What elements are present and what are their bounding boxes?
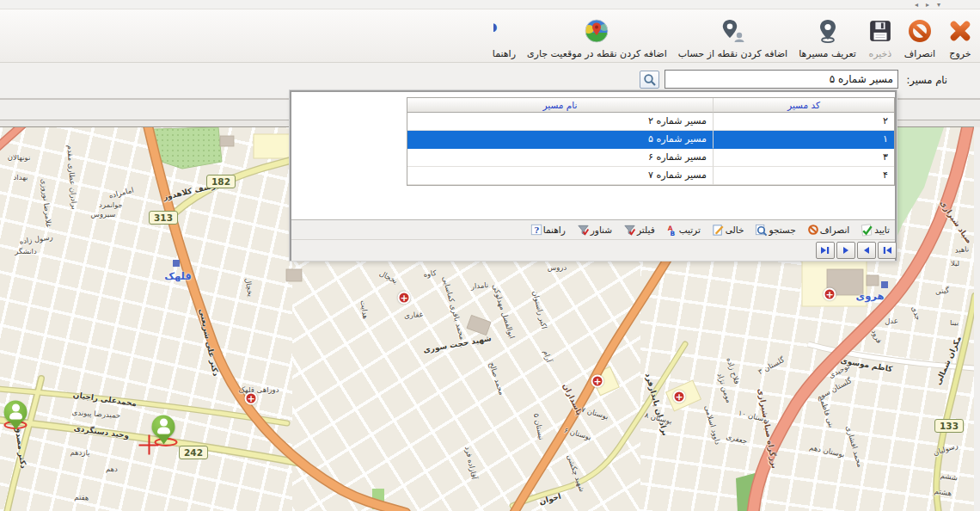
hospital-marker[interactable]: +	[398, 292, 411, 305]
map-street-label: صیاد شیرازی	[939, 199, 974, 245]
cancel-lookup-button[interactable]: انصراف	[807, 224, 850, 236]
add-point-current-button[interactable]: اضافه کردن نقطه در موقعیت جاری	[524, 11, 670, 61]
map-place-label: قلهک	[164, 270, 192, 282]
cell-route-code[interactable]: ۳	[714, 149, 894, 167]
nav-first-button[interactable]	[878, 242, 897, 259]
map-street-label: اکبر راستوان	[531, 290, 549, 330]
exit-button[interactable]: خروج	[944, 11, 977, 61]
nav-last-button[interactable]	[816, 242, 835, 259]
hospital-marker[interactable]: +	[591, 375, 604, 388]
map-street-label: سیروس	[91, 210, 116, 219]
float-button[interactable]: شناور	[577, 224, 612, 237]
map-street-label: حمیدرضا پیوندی	[71, 408, 120, 420]
route-pin-icon	[814, 15, 842, 47]
grid-row[interactable]: مسیر شماره ۲ ۲	[407, 113, 894, 131]
map-street-label: غفاری	[404, 310, 424, 320]
grid-row[interactable]: مسیر شماره ۷ ۴	[407, 167, 894, 185]
grid-header-name[interactable]: نام مسیر	[407, 98, 714, 113]
map-street-label: رسولیان	[932, 441, 959, 458]
arrow-right-icon[interactable]: ▸	[926, 0, 929, 9]
map-street-label: بزرگراه صیاد شیرازی	[756, 388, 779, 470]
pin-person-icon	[718, 15, 747, 47]
sort-ab-icon: AB	[666, 224, 678, 237]
help-button[interactable]: ? راهنما	[490, 11, 518, 61]
grid-row-selected[interactable]: مسیر شماره ۵ ۱	[407, 131, 894, 149]
search-button[interactable]	[640, 71, 659, 89]
add-point-account-button[interactable]: اضافه کردن نقطه از حساب	[676, 11, 790, 61]
confirm-button[interactable]: تایید	[861, 224, 890, 237]
help-icon: ?	[493, 15, 514, 47]
nav-next-icon	[841, 246, 851, 255]
nav-prev-button[interactable]	[857, 242, 876, 259]
cell-route-name[interactable]: مسیر شماره ۷	[407, 167, 714, 185]
map-street-label: کاوه	[423, 268, 437, 279]
cell-route-code[interactable]: ۲	[714, 113, 894, 131]
map-street-label: غلامرضا نوروزی	[40, 178, 53, 228]
map-street-label: نامدار	[470, 280, 488, 291]
grid-row[interactable]: مسیر شماره ۶ ۳	[407, 149, 894, 167]
arrow-down-icon[interactable]: ▾	[937, 0, 940, 9]
map-street-label: رسول زاده	[19, 232, 53, 245]
route-grid: نام مسیر کد مسیر مسیر شماره ۲ ۲ مسیر شما…	[407, 97, 895, 186]
route-number-badge: 242	[179, 446, 208, 459]
map-street-label: شهید چکشی	[566, 453, 587, 493]
map-street-label: دانشگر	[15, 247, 36, 256]
map-street-label: جعفری	[726, 432, 749, 446]
arrow-left-icon[interactable]: ◂	[915, 0, 918, 9]
svg-text:B: B	[670, 230, 675, 237]
add-point-current-label: اضافه کردن نقطه در موقعیت جاری	[527, 47, 667, 60]
route-number-badge: 133	[934, 419, 964, 433]
svg-text:?: ?	[534, 225, 539, 235]
map-street-label: برادران عطاری مقدم	[65, 145, 78, 210]
cancel-small-icon	[807, 224, 819, 236]
app-window: ◂ ▸ ▾ خروج انصراف ذخیره	[0, 0, 980, 511]
map-street-label: بوستان ۷	[580, 405, 609, 422]
search-lookup-button[interactable]: جستجو	[755, 224, 795, 237]
cell-route-code[interactable]: ۱	[714, 131, 894, 149]
hospital-marker[interactable]: +	[824, 288, 836, 301]
add-point-account-label: اضافه کردن نقطه از حساب	[678, 47, 787, 60]
svg-text:?: ?	[493, 19, 498, 45]
map-street-label: محمدعلی راجیان	[72, 391, 138, 408]
map-street-label: یخچال	[243, 277, 255, 298]
sort-button[interactable]: AB ترتیب	[666, 224, 701, 237]
route-point-pin[interactable]	[4, 401, 28, 424]
route-name-input[interactable]	[665, 70, 898, 89]
map-place-label: هروی	[856, 290, 885, 302]
cell-route-code[interactable]: ۴	[714, 167, 894, 185]
check-icon	[861, 224, 873, 237]
cancel-button[interactable]: انصراف	[902, 11, 938, 61]
clear-button[interactable]: خالی	[712, 224, 744, 237]
map-street-label: آرام	[542, 349, 554, 363]
map-street-label: فلاح زاده	[725, 356, 741, 385]
search-small-icon	[755, 224, 768, 237]
define-routes-button[interactable]: تعریف مسیرها	[796, 11, 859, 61]
cancel-icon	[906, 15, 934, 47]
help-label: راهنما	[493, 47, 516, 60]
map-street-label: هشتم	[934, 487, 952, 498]
map-street-label: محمد صالح	[487, 360, 506, 396]
lookup-help-button[interactable]: ? راهنما	[530, 224, 566, 236]
map-street-label: لیلا	[951, 259, 959, 268]
map-street-label: یخچال	[378, 268, 399, 285]
cell-route-name[interactable]: مسیر شماره ۲	[407, 113, 714, 131]
hospital-marker[interactable]: +	[673, 391, 686, 403]
grid-header-code[interactable]: کد مسیر	[714, 98, 894, 113]
cell-route-name[interactable]: مسیر شماره ۶	[407, 149, 714, 167]
save-button[interactable]: ذخیره	[865, 11, 896, 61]
map-street-label: گلستان ۳	[756, 355, 786, 376]
hospital-marker[interactable]: +	[245, 392, 258, 405]
map-street-label: دهم	[106, 465, 118, 473]
define-routes-label: تعریف مسیرها	[799, 47, 856, 60]
map-street-label: مکران شمالی	[934, 335, 963, 386]
map-street-label: وحید دستگردی	[73, 424, 130, 440]
map-street-label: بهداد	[14, 173, 28, 182]
map-street-label: امامزاده	[108, 186, 135, 200]
map-street-label: آقازاده فرد	[463, 446, 479, 480]
filter-button[interactable]: فیلتر	[623, 224, 655, 237]
grid-header-row: نام مسیر کد مسیر	[407, 98, 894, 113]
ribbon-collapse-arrows[interactable]: ◂ ▸ ▾	[915, 0, 940, 9]
map-street-label: ناهید	[954, 244, 969, 254]
nav-next-button[interactable]	[836, 242, 855, 259]
cell-route-name[interactable]: مسیر شماره ۵	[407, 131, 714, 149]
